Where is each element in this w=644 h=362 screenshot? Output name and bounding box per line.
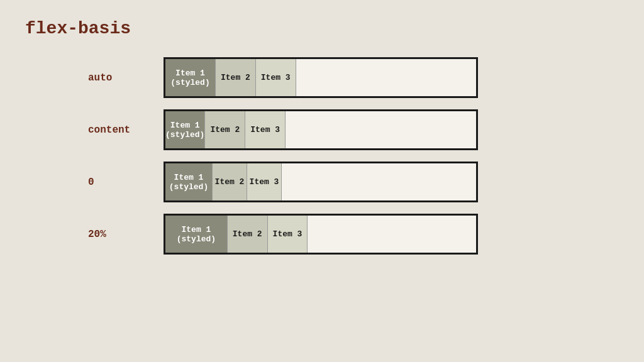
item1-zero: Item 1 (styled) — [165, 163, 213, 200]
item3-auto: Item 3 — [256, 59, 296, 96]
label-content: content — [25, 124, 164, 136]
demo-area: auto Item 1 (styled) Item 2 Item 3 conte… — [25, 57, 619, 255]
item1-auto: Item 1 (styled) — [165, 59, 216, 96]
item2-twenty: Item 2 — [228, 216, 268, 253]
demo-row-content: content Item 1 (styled) Item 2 Item 3 — [25, 109, 619, 150]
flex-container-twenty: Item 1 (styled) Item 2 Item 3 — [164, 214, 478, 255]
flex-container-auto: Item 1 (styled) Item 2 Item 3 — [164, 57, 478, 98]
flex-container-content: Item 1 (styled) Item 2 Item 3 — [164, 109, 478, 150]
item2-auto: Item 2 — [216, 59, 256, 96]
item3-zero: Item 3 — [247, 163, 282, 200]
label-auto: auto — [25, 72, 164, 84]
item2-zero: Item 2 — [213, 163, 247, 200]
demo-row-twenty: 20% Item 1 (styled) Item 2 Item 3 — [25, 214, 619, 255]
item2-content: Item 2 — [205, 111, 245, 148]
item1-twenty: Item 1 (styled) — [165, 216, 228, 253]
item3-twenty: Item 3 — [268, 216, 308, 253]
flex-container-zero: Item 1 (styled) Item 2 Item 3 — [164, 162, 478, 202]
label-twenty: 20% — [25, 229, 164, 240]
label-zero: 0 — [25, 177, 164, 188]
demo-row-zero: 0 Item 1 (styled) Item 2 Item 3 — [25, 162, 619, 202]
page-title: flex-basis — [25, 19, 619, 38]
demo-row-auto: auto Item 1 (styled) Item 2 Item 3 — [25, 57, 619, 98]
item1-content: Item 1 (styled) — [165, 111, 205, 148]
item3-content: Item 3 — [245, 111, 286, 148]
